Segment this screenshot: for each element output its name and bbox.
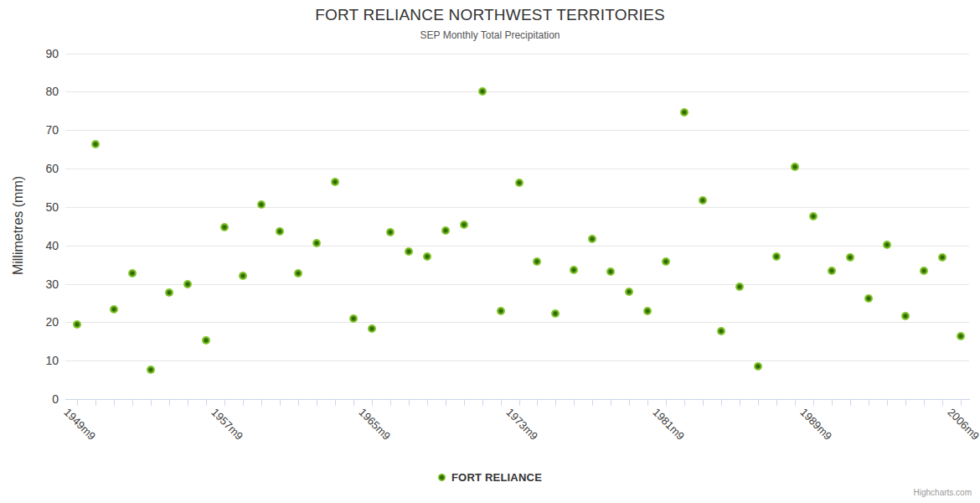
x-axis-tick (611, 400, 611, 406)
x-axis-tick (77, 400, 78, 406)
data-point[interactable] (662, 257, 670, 266)
x-axis-tick (151, 400, 152, 406)
data-point[interactable] (257, 200, 266, 209)
data-point[interactable] (73, 320, 81, 329)
data-point[interactable] (754, 362, 762, 371)
x-axis-tick (132, 400, 133, 406)
x-axis-tick (243, 400, 244, 406)
x-axis-tick (684, 400, 685, 406)
x-axis-tick (335, 400, 336, 406)
x-axis-tick (758, 400, 759, 406)
data-point[interactable] (515, 179, 524, 187)
x-axis-tick (961, 400, 962, 406)
x-axis-label: 1965m9 (356, 406, 393, 443)
data-point[interactable] (183, 280, 192, 288)
data-point[interactable] (110, 305, 118, 314)
x-axis-tick (409, 400, 410, 406)
x-axis-tick (776, 400, 777, 406)
data-point[interactable] (147, 366, 155, 374)
data-point[interactable] (846, 253, 854, 262)
y-axis-label: 70 (0, 123, 59, 137)
data-point[interactable] (220, 223, 229, 231)
data-point[interactable] (386, 228, 395, 236)
data-point[interactable] (791, 163, 799, 171)
data-point[interactable] (588, 235, 596, 243)
data-point[interactable] (497, 307, 505, 315)
data-point[interactable] (128, 269, 137, 277)
data-point[interactable] (368, 324, 376, 333)
data-point[interactable] (551, 309, 560, 318)
y-axis-label: 60 (0, 162, 59, 175)
data-point[interactable] (828, 267, 836, 275)
y-gridline (65, 91, 969, 92)
data-point[interactable] (294, 269, 302, 277)
data-point[interactable] (165, 288, 173, 297)
x-axis-tick (501, 400, 502, 406)
plot-area: 01020304050607080901949m91957m91965m9197… (0, 0, 980, 503)
data-point[interactable] (883, 241, 891, 249)
data-point[interactable] (957, 332, 965, 340)
x-axis-tick (464, 400, 465, 406)
data-point[interactable] (478, 87, 487, 96)
data-point[interactable] (606, 267, 615, 276)
x-axis-tick (629, 400, 630, 406)
y-axis-label: 10 (0, 354, 59, 367)
y-gridline (65, 246, 969, 246)
y-gridline (65, 284, 969, 285)
x-axis-tick (537, 400, 538, 406)
x-axis-tick (887, 400, 888, 406)
data-point[interactable] (772, 252, 781, 261)
data-point[interactable] (643, 307, 652, 315)
data-point[interactable] (349, 314, 358, 323)
data-point[interactable] (423, 252, 431, 261)
data-point[interactable] (533, 257, 541, 266)
data-point[interactable] (405, 247, 413, 256)
x-axis-tick (95, 400, 96, 406)
data-point[interactable] (625, 288, 633, 296)
x-axis-tick (813, 400, 814, 406)
x-axis-label: 1981m9 (651, 406, 688, 443)
y-gridline (65, 54, 969, 54)
y-gridline (65, 360, 969, 361)
data-point[interactable] (331, 178, 339, 186)
data-point[interactable] (901, 312, 910, 320)
x-axis-tick (280, 400, 281, 406)
x-axis-tick (114, 400, 115, 406)
x-axis-tick (169, 400, 170, 406)
y-axis-label: 50 (0, 200, 59, 214)
data-point[interactable] (570, 266, 578, 274)
y-axis-label: 40 (0, 239, 59, 252)
data-point[interactable] (717, 327, 725, 335)
x-axis-tick (869, 400, 869, 406)
y-axis-label: 80 (0, 85, 59, 98)
data-point[interactable] (239, 272, 247, 280)
x-axis-tick (482, 400, 483, 406)
data-point[interactable] (680, 108, 689, 117)
y-gridline (65, 322, 969, 323)
chart-container: FORT RELIANCE NORTHWEST TERRITORIES SEP … (0, 0, 980, 503)
x-axis-tick (224, 400, 225, 406)
x-axis-tick (703, 400, 704, 406)
data-point[interactable] (699, 196, 707, 205)
x-axis-tick (372, 400, 373, 406)
data-point[interactable] (809, 212, 818, 220)
x-axis-line (65, 399, 970, 400)
legend-item-fort-reliance[interactable]: FORT RELIANCE (0, 471, 980, 484)
data-point[interactable] (938, 253, 946, 262)
x-axis-tick (353, 400, 354, 406)
x-axis-tick (574, 400, 575, 406)
x-axis-tick (446, 400, 446, 406)
data-point[interactable] (202, 336, 210, 345)
highcharts-credits-link[interactable]: Highcharts.com (914, 488, 972, 497)
data-point[interactable] (91, 140, 100, 148)
data-point[interactable] (864, 294, 873, 303)
data-point[interactable] (441, 226, 450, 235)
data-point[interactable] (312, 239, 321, 247)
x-axis-tick (592, 400, 593, 406)
data-point[interactable] (920, 267, 928, 275)
data-point[interactable] (735, 283, 744, 291)
x-axis-tick (721, 400, 722, 406)
data-point[interactable] (460, 220, 468, 229)
x-axis-tick (666, 400, 667, 406)
data-point[interactable] (276, 227, 284, 236)
